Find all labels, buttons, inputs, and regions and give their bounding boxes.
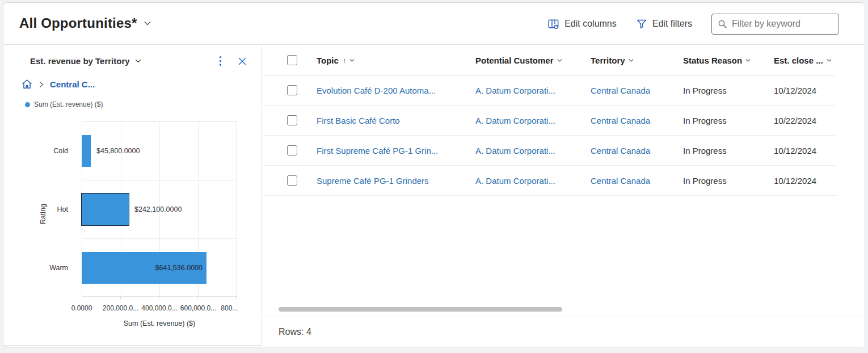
sort-ascending-icon: ↑	[343, 56, 347, 65]
chart-breadcrumb: Central C...	[21, 78, 95, 90]
territory-link[interactable]: Central Canada	[591, 176, 683, 186]
chart-x-tick-label: 600,000.0...	[180, 304, 216, 312]
status-reason-cell: In Progress	[683, 176, 774, 186]
chart-legend: Sum (Est. revenue) ($)	[25, 100, 103, 108]
bar-warm[interactable]: $641,536.0000	[82, 252, 207, 284]
chart-x-axis-label: Sum (Est. revenue) ($)	[82, 320, 237, 327]
view-title-bar: All Opportunities* Edit columns	[3, 3, 865, 45]
footer-divider	[263, 317, 865, 317]
column-header-territory[interactable]: Territory	[591, 56, 683, 65]
column-header-status-reason[interactable]: Status Reason	[683, 56, 774, 65]
chart-header: Est. revenue by Territory	[30, 54, 250, 68]
chevron-down-icon	[745, 57, 751, 64]
chart-category-label: Hot	[0, 180, 68, 238]
bar-chart: Rating ColdHotWarm $45,800.0000$242,100.…	[3, 119, 262, 335]
keyword-filter-input[interactable]	[732, 19, 833, 29]
column-header-potential-customer[interactable]: Potential Customer	[475, 56, 591, 65]
status-reason-cell: In Progress	[683, 116, 774, 125]
grid-toolbar: Edit columns Edit filters	[547, 3, 839, 45]
topic-link[interactable]: Evolution Café D-200 Automa...	[317, 86, 475, 95]
view-selector[interactable]: All Opportunities*	[19, 15, 152, 31]
table-row[interactable]: First Basic Café CortoA. Datum Corporati…	[263, 106, 836, 136]
edit-columns-icon	[547, 18, 559, 30]
chart-x-tick-label: 0.0000	[71, 304, 92, 312]
chart-band: $45,800.0000	[82, 121, 237, 180]
territory-link[interactable]: Central Canada	[591, 146, 683, 156]
edit-filters-label: Edit filters	[652, 19, 692, 29]
topic-link[interactable]: First Basic Café Corto	[317, 116, 475, 125]
chart-more-options-icon[interactable]	[216, 54, 225, 68]
table-row[interactable]: Evolution Café D-200 Automa...A. Datum C…	[263, 75, 836, 106]
status-reason-cell: In Progress	[683, 146, 774, 156]
chevron-down-icon	[134, 57, 142, 65]
horizontal-scrollbar-thumb[interactable]	[279, 307, 562, 312]
row-checkbox[interactable]	[287, 115, 297, 125]
chart-x-tick-label: 800...	[221, 304, 238, 312]
chevron-right-icon	[39, 81, 44, 88]
filter-funnel-icon	[636, 18, 647, 30]
row-checkbox[interactable]	[287, 145, 297, 156]
chart-category-label: Cold	[0, 121, 68, 180]
chart-category-labels: ColdHotWarm	[3, 121, 76, 297]
column-header-est-close-date[interactable]: Est. close ...	[774, 56, 861, 65]
opportunities-grid: Topic ↑ Potential Customer Territory St	[263, 45, 865, 347]
legend-dot	[25, 102, 30, 107]
edit-filters-button[interactable]: Edit filters	[636, 18, 692, 30]
close-chart-icon[interactable]	[234, 56, 250, 67]
search-icon	[718, 19, 727, 29]
chart-bars: $45,800.0000$242,100.0000$641,536.0000	[82, 121, 237, 297]
chart-x-tick-label: 400,000.0...	[141, 304, 177, 312]
chart-band: $242,100.0000	[82, 180, 237, 238]
table-row[interactable]: First Supreme Café PG-1 Grin...A. Datum …	[263, 136, 836, 166]
bar-value-label: $641,536.0000	[155, 264, 203, 272]
bar-value-label: $242,100.0000	[134, 205, 182, 213]
row-checkbox[interactable]	[287, 85, 297, 95]
chart-panel: Est. revenue by Territory	[3, 45, 262, 346]
table-row[interactable]: Supreme Café PG-1 GrindersA. Datum Corpo…	[263, 166, 836, 196]
chart-band: $641,536.0000	[82, 238, 237, 297]
bar-hot[interactable]	[82, 194, 129, 225]
edit-columns-label: Edit columns	[564, 19, 617, 29]
est-close-date-cell: 10/12/2024	[774, 176, 861, 186]
potential-customer-link[interactable]: A. Datum Corporati...	[475, 146, 591, 156]
home-icon[interactable]	[21, 78, 33, 90]
chevron-down-icon	[826, 57, 832, 64]
est-close-date-cell: 10/12/2024	[774, 146, 861, 156]
chart-selector[interactable]: Est. revenue by Territory	[30, 56, 142, 66]
status-reason-cell: In Progress	[683, 86, 774, 95]
chevron-down-icon	[349, 57, 355, 64]
select-all-checkbox[interactable]	[287, 55, 297, 65]
potential-customer-link[interactable]: A. Datum Corporati...	[475, 176, 591, 186]
breadcrumb-current[interactable]: Central C...	[50, 79, 95, 89]
chevron-down-icon	[628, 57, 634, 64]
chart-category-label: Warm	[0, 238, 68, 297]
chevron-down-icon	[557, 57, 563, 64]
est-close-date-cell: 10/22/2024	[774, 116, 861, 125]
page-title: All Opportunities*	[19, 15, 137, 31]
grid-header-row: Topic ↑ Potential Customer Territory St	[263, 45, 836, 75]
chart-x-ticks: 0.0000200,000.0...400,000.0...600,000.0.…	[82, 304, 237, 313]
keyword-filter-box[interactable]	[711, 14, 839, 35]
column-header-topic[interactable]: Topic ↑	[317, 56, 475, 65]
edit-columns-button[interactable]: Edit columns	[547, 18, 617, 30]
potential-customer-link[interactable]: A. Datum Corporati...	[475, 116, 591, 125]
rows-count: Rows: 4	[279, 327, 311, 337]
bar-value-label: $45,800.0000	[96, 147, 140, 155]
grid-rows: Evolution Café D-200 Automa...A. Datum C…	[263, 75, 865, 196]
opportunities-view-card: All Opportunities* Edit columns	[3, 2, 865, 347]
row-checkbox[interactable]	[287, 175, 297, 186]
est-close-date-cell: 10/12/2024	[774, 86, 861, 95]
territory-link[interactable]: Central Canada	[591, 86, 683, 95]
territory-link[interactable]: Central Canada	[591, 116, 683, 125]
topic-link[interactable]: Supreme Café PG-1 Grinders	[317, 176, 475, 186]
bar-cold[interactable]	[82, 135, 91, 167]
legend-label: Sum (Est. revenue) ($)	[34, 100, 103, 108]
potential-customer-link[interactable]: A. Datum Corporati...	[475, 86, 591, 95]
topic-link[interactable]: First Supreme Café PG-1 Grin...	[317, 146, 475, 156]
chart-x-tick-label: 200,000.0...	[103, 304, 138, 312]
chevron-down-icon	[143, 19, 152, 28]
chart-title: Est. revenue by Territory	[30, 56, 130, 66]
